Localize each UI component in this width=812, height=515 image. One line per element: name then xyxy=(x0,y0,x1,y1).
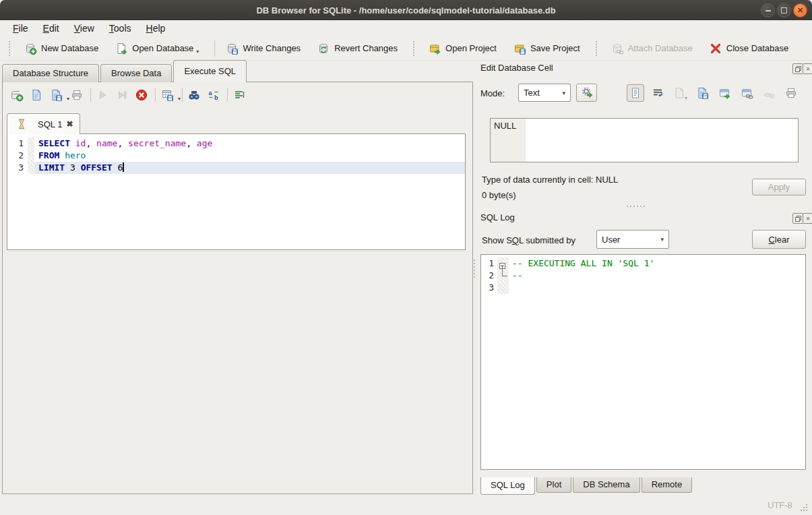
toolbar-drag-handle[interactable] xyxy=(413,41,418,56)
close-database-button[interactable]: Close Database xyxy=(704,39,794,58)
find-icon[interactable] xyxy=(187,88,201,102)
encoding-status: UTF-8 xyxy=(768,500,792,510)
toolbar-drag-handle[interactable] xyxy=(9,41,13,56)
code-line: 2FROM hero xyxy=(7,150,465,162)
save-project-label: Save Project xyxy=(530,43,580,53)
tab-database-structure[interactable]: Database Structure xyxy=(2,64,99,82)
toolbar-separator xyxy=(155,88,156,102)
menu-view[interactable]: View xyxy=(67,22,102,35)
chevron-down-icon[interactable]: ▾ xyxy=(178,96,181,102)
close-database-label: Close Database xyxy=(726,43,789,53)
tab-plot[interactable]: Plot xyxy=(536,477,571,493)
new-sql-tab-icon[interactable] xyxy=(9,88,24,102)
write-changes-icon xyxy=(225,42,239,55)
export-data-icon[interactable] xyxy=(693,84,711,102)
print-sql-icon[interactable] xyxy=(69,88,84,102)
line-number: 1 xyxy=(7,138,28,150)
attach-database-button[interactable]: Attach Database xyxy=(605,39,698,58)
chevron-down-icon: ▾ xyxy=(562,90,565,96)
log-text xyxy=(509,282,512,294)
log-text: -- EXECUTING ALL IN 'SQL 1' xyxy=(509,258,654,270)
menu-file[interactable]: File xyxy=(5,22,36,35)
cell-editor-area[interactable]: NULL xyxy=(490,118,799,162)
float-dock-icon[interactable] xyxy=(792,213,803,224)
minimize-button[interactable] xyxy=(761,3,775,18)
cell-editor-toolbar: ▾ xyxy=(627,84,800,102)
word-wrap-icon[interactable] xyxy=(649,84,666,102)
log-filter-select[interactable]: User ▾ xyxy=(596,230,669,249)
execute-current-line-icon[interactable] xyxy=(115,88,129,102)
mode-select[interactable]: Text ▾ xyxy=(518,84,571,102)
line-number: 3 xyxy=(7,162,28,174)
menu-tools[interactable]: Tools xyxy=(102,22,139,35)
execute-all-icon[interactable] xyxy=(95,88,110,102)
hourglass-icon xyxy=(14,117,29,131)
fold-margin xyxy=(497,258,509,270)
apply-button[interactable]: Apply xyxy=(752,179,806,195)
log-line: 2-- xyxy=(481,270,805,282)
set-null-icon[interactable] xyxy=(760,84,778,102)
float-dock-icon[interactable] xyxy=(792,63,803,74)
cell-edit-field[interactable] xyxy=(526,119,798,162)
main-tab-bar: Database StructureBrowse DataExecute SQL xyxy=(2,60,248,82)
chevron-down-icon[interactable]: ▾ xyxy=(196,49,199,55)
save-results-icon[interactable] xyxy=(160,88,175,102)
sql-tab-bar: SQL 1 ✖ xyxy=(7,113,80,134)
open-sql-file-icon[interactable] xyxy=(29,88,44,102)
write-changes-button[interactable]: Write Changes xyxy=(220,39,306,58)
fold-margin xyxy=(28,138,34,150)
tab-sql-log[interactable]: SQL Log xyxy=(480,477,535,495)
fold-margin xyxy=(28,162,34,174)
print-cell-icon[interactable] xyxy=(782,84,800,102)
tab-db-schema[interactable]: DB Schema xyxy=(573,477,639,493)
dock-splitter-handle[interactable] xyxy=(627,206,645,207)
sql-editor[interactable]: 1SELECT id, name, secret_name, age2FROM … xyxy=(7,133,466,250)
resize-grip[interactable] xyxy=(799,503,809,512)
save-project-button[interactable]: Save Project xyxy=(507,39,586,58)
text-mode-icon[interactable] xyxy=(627,84,644,102)
open-database-button[interactable]: Open Database▾ xyxy=(109,39,204,58)
maximize-icon xyxy=(781,7,787,13)
copy-link-icon[interactable] xyxy=(738,84,755,102)
svg-text:a: a xyxy=(209,90,213,96)
tab-browse-data[interactable]: Browse Data xyxy=(100,64,172,82)
line-number: 3 xyxy=(481,282,497,294)
menu-edit[interactable]: Edit xyxy=(36,22,67,35)
mode-label: Mode: xyxy=(480,88,505,98)
cell-size-info: 0 byte(s) xyxy=(482,190,516,200)
close-button[interactable]: ✕ xyxy=(793,3,807,18)
stop-execution-icon[interactable] xyxy=(134,88,149,102)
revert-changes-button[interactable]: Revert Changes xyxy=(311,39,403,58)
window-title: DB Browser for SQLite - /home/user/code/… xyxy=(256,5,555,16)
tab-execute-sql[interactable]: Execute SQL xyxy=(173,60,247,82)
pane-splitter-handle[interactable] xyxy=(474,260,475,278)
sql-log-area[interactable]: 1-- EXECUTING ALL IN 'SQL 1'2--3 xyxy=(480,254,806,470)
find-replace-icon[interactable]: ab xyxy=(206,88,221,102)
revert-changes-label: Revert Changes xyxy=(334,43,398,53)
import-data-icon[interactable]: ▾ xyxy=(671,84,689,102)
cell-null-indicator: NULL xyxy=(491,119,526,162)
toolbar-drag-handle[interactable] xyxy=(596,41,600,56)
attach-database-icon xyxy=(611,42,624,55)
menu-help[interactable]: Help xyxy=(139,22,173,35)
close-dock-icon[interactable]: ✕ xyxy=(803,213,812,224)
save-project-icon xyxy=(513,42,526,55)
close-dock-icon[interactable]: ✕ xyxy=(803,63,812,74)
clear-button[interactable]: Clear xyxy=(752,230,806,249)
close-tab-icon[interactable]: ✖ xyxy=(66,119,73,129)
line-number: 2 xyxy=(7,150,28,162)
bottom-tab-bar: SQL LogPlotDB SchemaRemote xyxy=(480,477,693,495)
apply-mode-button[interactable] xyxy=(576,84,597,102)
maximize-button[interactable] xyxy=(777,3,791,18)
open-project-button[interactable]: Open Project xyxy=(423,39,502,58)
code-text: FROM hero xyxy=(34,150,465,162)
line-number: 1 xyxy=(481,258,497,270)
sql-editor-tab[interactable]: SQL 1 ✖ xyxy=(7,113,80,134)
line-number: 2 xyxy=(481,270,497,282)
tab-remote[interactable]: Remote xyxy=(642,477,693,493)
new-database-button[interactable]: New Database xyxy=(18,39,104,58)
save-sql-file-icon[interactable] xyxy=(49,88,63,102)
open-external-icon[interactable] xyxy=(716,84,733,102)
sql-log-dock-title: SQL Log xyxy=(480,212,515,222)
auto-format-icon[interactable] xyxy=(232,88,247,102)
